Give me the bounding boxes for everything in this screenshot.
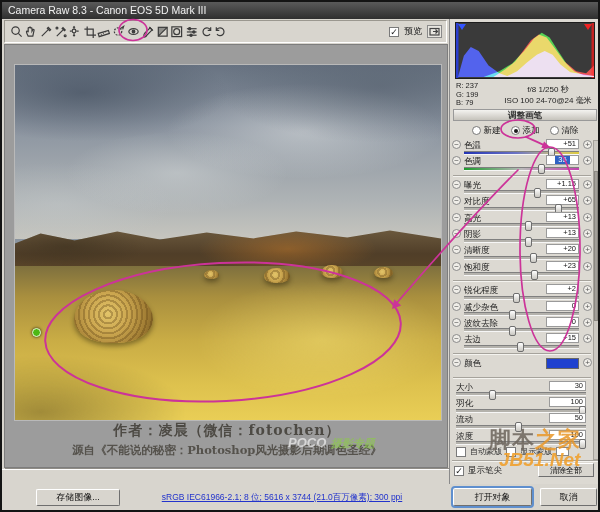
show-mask-checkbox[interactable] xyxy=(506,447,516,457)
cancel-button[interactable]: 取消 xyxy=(540,488,597,506)
hand-tool-icon[interactable] xyxy=(24,24,39,39)
scrollbar-thumb[interactable] xyxy=(594,171,598,321)
decrease-icon[interactable]: − xyxy=(452,302,461,311)
radial-filter-tool-icon[interactable] xyxy=(170,24,185,39)
adjustment-brush-tool-icon[interactable] xyxy=(140,24,155,39)
preview-checkbox[interactable]: ✓ xyxy=(389,27,399,37)
increase-icon[interactable]: + xyxy=(583,358,592,367)
increase-icon[interactable]: + xyxy=(583,245,592,254)
radio-icon[interactable] xyxy=(511,126,520,135)
color-sampler-tool-icon[interactable] xyxy=(53,24,68,39)
slider-value-input[interactable]: 30 xyxy=(549,381,586,391)
increase-icon[interactable]: + xyxy=(583,262,592,271)
slider-value-input[interactable]: 0 xyxy=(546,317,579,327)
slider-value-input[interactable]: +23 xyxy=(546,261,579,271)
decrease-icon[interactable]: − xyxy=(452,196,461,205)
slider-value-input[interactable]: +65 xyxy=(546,195,579,205)
preferences-tool-icon[interactable] xyxy=(184,24,199,39)
increase-icon[interactable]: + xyxy=(583,318,592,327)
mask-color-well[interactable] xyxy=(556,447,569,456)
slider-knob[interactable] xyxy=(538,164,545,174)
slider-value-input[interactable]: 35 xyxy=(546,155,579,165)
slider-track[interactable] xyxy=(464,239,579,243)
slider-track[interactable] xyxy=(464,256,579,260)
slider-track[interactable] xyxy=(464,272,579,276)
adjustment-brush-pin[interactable] xyxy=(32,328,41,337)
white-balance-tool-icon[interactable] xyxy=(38,24,53,39)
brush-color-swatch[interactable] xyxy=(546,358,579,369)
slider-track[interactable] xyxy=(456,425,586,429)
slider-value-input[interactable]: 50 xyxy=(549,413,586,423)
brush-mode-option[interactable]: 新建 xyxy=(472,125,501,137)
panel-scrollbar[interactable] xyxy=(593,140,599,460)
slider-knob[interactable] xyxy=(517,342,524,352)
decrease-icon[interactable]: − xyxy=(452,245,461,254)
slider-value-input[interactable]: +20 xyxy=(546,244,579,254)
decrease-icon[interactable]: − xyxy=(452,213,461,222)
slider-track[interactable] xyxy=(464,190,579,194)
increase-icon[interactable]: + xyxy=(583,156,592,165)
slider-track[interactable] xyxy=(456,441,586,445)
graduated-filter-tool-icon[interactable] xyxy=(155,24,170,39)
decrease-icon[interactable]: − xyxy=(452,285,461,294)
increase-icon[interactable]: + xyxy=(583,196,592,205)
crop-tool-icon[interactable] xyxy=(82,24,97,39)
slider-track[interactable] xyxy=(456,409,586,413)
slider-track[interactable] xyxy=(464,207,579,211)
decrease-icon[interactable]: − xyxy=(452,334,461,343)
slider-value-input[interactable]: +13 xyxy=(546,212,579,222)
auto-mask-checkbox[interactable] xyxy=(456,447,466,457)
brush-slider-row: 流动 50 xyxy=(452,414,592,430)
decrease-icon[interactable]: − xyxy=(452,180,461,189)
slider-track[interactable] xyxy=(464,296,579,300)
slider-track[interactable] xyxy=(464,151,579,155)
spot-removal-tool-icon[interactable] xyxy=(111,24,126,39)
decrease-icon[interactable]: − xyxy=(452,229,461,238)
increase-icon[interactable]: + xyxy=(583,334,592,343)
highlight-clipping-warning[interactable] xyxy=(584,24,592,30)
radio-icon[interactable] xyxy=(550,126,559,135)
rotate-right-tool-icon[interactable] xyxy=(213,24,228,39)
slider-track[interactable] xyxy=(456,392,586,396)
save-image-button[interactable]: 存储图像... xyxy=(36,489,120,506)
decrease-icon[interactable]: − xyxy=(452,358,461,367)
decrease-icon[interactable]: − xyxy=(452,262,461,271)
radio-icon[interactable] xyxy=(472,126,481,135)
shadow-clipping-warning[interactable] xyxy=(458,24,466,30)
increase-icon[interactable]: + xyxy=(583,140,592,149)
decrease-icon[interactable]: − xyxy=(452,140,461,149)
histogram xyxy=(455,22,595,79)
slider-track[interactable] xyxy=(464,167,579,171)
increase-icon[interactable]: + xyxy=(583,302,592,311)
increase-icon[interactable]: + xyxy=(583,213,592,222)
workflow-options-link[interactable]: sRGB IEC61966-2.1; 8 位; 5616 x 3744 (21.… xyxy=(122,492,442,504)
straighten-tool-icon[interactable] xyxy=(97,24,112,39)
photo-canvas[interactable] xyxy=(14,64,442,421)
fullscreen-toggle-icon[interactable] xyxy=(427,25,442,38)
slider-track[interactable] xyxy=(464,223,579,227)
slider-value-input[interactable]: 0 xyxy=(546,301,579,311)
increase-icon[interactable]: + xyxy=(583,180,592,189)
brush-mode-option[interactable]: 添加 xyxy=(511,125,540,137)
brush-mode-option[interactable]: 清除 xyxy=(550,125,579,137)
show-pins-checkbox[interactable]: ✓ xyxy=(454,466,464,476)
slider-value-input[interactable]: +13 xyxy=(546,228,579,238)
slider-track[interactable] xyxy=(464,312,579,316)
slider-value-input[interactable]: +2 xyxy=(546,284,579,294)
increase-icon[interactable]: + xyxy=(583,285,592,294)
slider-knob[interactable] xyxy=(531,270,538,280)
increase-icon[interactable]: + xyxy=(583,229,592,238)
decrease-icon[interactable]: − xyxy=(452,156,461,165)
slider-track[interactable] xyxy=(464,328,579,332)
slider-track[interactable] xyxy=(464,345,579,349)
decrease-icon[interactable]: − xyxy=(452,318,461,327)
slider-value-input[interactable]: +15 xyxy=(546,333,579,343)
targeted-adjustment-tool-icon[interactable] xyxy=(67,24,82,39)
adjustment-panel: R: 237 G: 199 B: 79 f/8 1/250 秒 ISO 100 … xyxy=(449,19,600,484)
rotate-left-tool-icon[interactable] xyxy=(199,24,214,39)
zoom-tool-icon[interactable] xyxy=(9,24,24,39)
open-object-button[interactable]: 打开对象 xyxy=(453,488,532,506)
clear-all-button[interactable]: 清除全部 xyxy=(538,463,594,477)
red-eye-tool-icon[interactable] xyxy=(126,24,141,39)
slider-value-input[interactable]: +1.15 xyxy=(546,179,579,189)
